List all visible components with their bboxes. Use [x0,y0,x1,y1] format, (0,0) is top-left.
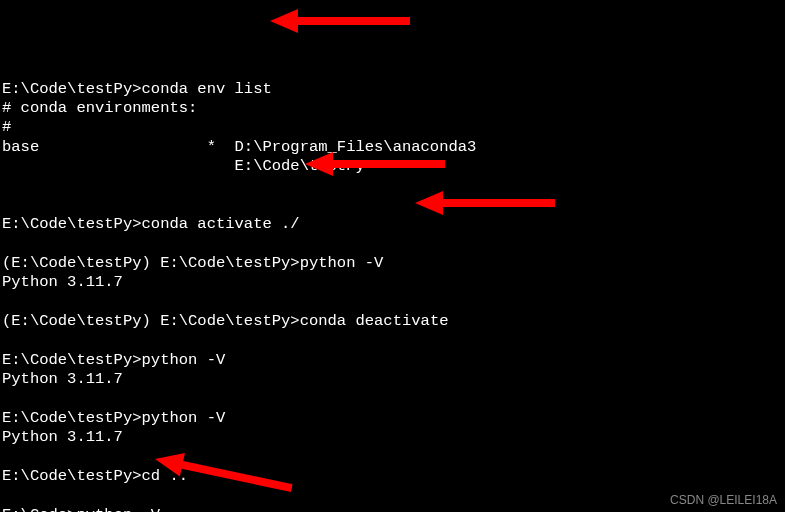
command: python -V [76,506,160,512]
terminal-line: E:\Code\testPy>python -V [2,351,783,370]
prompt: E:\Code\testPy> [2,409,142,427]
prompt: (E:\Code\testPy) E:\Code\testPy> [2,312,300,330]
prompt: E:\Code\testPy> [2,467,142,485]
command: python -V [142,351,226,369]
terminal-line: Python 3.11.7 [2,370,783,389]
terminal-line [2,235,783,254]
terminal-line: E:\Code>python -V [2,506,783,512]
command: conda env list [142,80,272,98]
terminal-line [2,196,783,215]
terminal-line [2,176,783,195]
terminal-line: # conda environments: [2,99,783,118]
terminal-line: E:\Code\testPy>conda activate ./ [2,215,783,234]
terminal-line [2,390,783,409]
terminal-line: E:\Code\testPy [2,157,783,176]
terminal-line [2,486,783,505]
command: python -V [300,254,384,272]
prompt: E:\Code\testPy> [2,80,142,98]
terminal-line: (E:\Code\testPy) E:\Code\testPy>conda de… [2,312,783,331]
terminal-line: (E:\Code\testPy) E:\Code\testPy>python -… [2,254,783,273]
prompt: E:\Code\testPy> [2,351,142,369]
terminal-line [2,331,783,350]
svg-marker-0 [270,9,410,33]
terminal-line: Python 3.11.7 [2,273,783,292]
terminal-output: E:\Code\testPy>conda env list# conda env… [2,80,783,513]
prompt: (E:\Code\testPy) E:\Code\testPy> [2,254,300,272]
terminal-line: E:\Code\testPy>conda env list [2,80,783,99]
terminal-line: E:\Code\testPy>python -V [2,409,783,428]
command: cd .. [142,467,189,485]
terminal-line: E:\Code\testPy>cd .. [2,467,783,486]
terminal-line [2,293,783,312]
terminal-line: Python 3.11.7 [2,428,783,447]
terminal-line: # [2,118,783,137]
prompt: E:\Code> [2,506,76,512]
annotation-arrow-icon [270,6,410,36]
watermark: CSDN @LEILEI18A [670,493,777,508]
command: conda activate ./ [142,215,300,233]
terminal-line: base * D:\Program_Files\anaconda3 [2,138,783,157]
command: conda deactivate [300,312,449,330]
terminal-line [2,448,783,467]
command: python -V [142,409,226,427]
prompt: E:\Code\testPy> [2,215,142,233]
